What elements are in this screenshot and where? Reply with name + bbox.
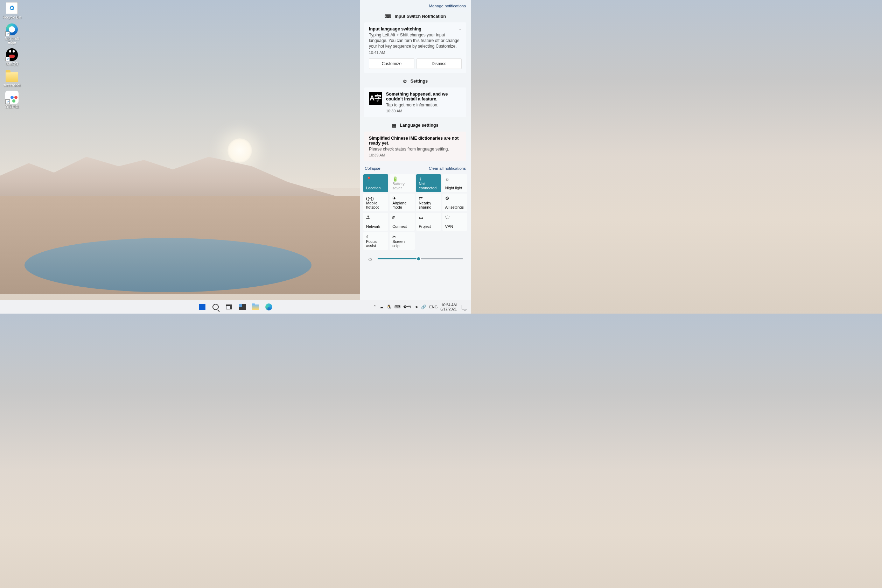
vpn-icon: 🛡 <box>445 215 465 220</box>
group-language: ▦ Language settings <box>360 119 471 131</box>
qa-battery-saver[interactable]: 🔋Battery saver <box>390 174 414 192</box>
clock[interactable]: 10:54 AM 6/17/2021 <box>440 303 457 311</box>
language-indicator[interactable]: ENG <box>429 305 438 309</box>
qa-all-settings[interactable]: ⚙All settings <box>442 194 467 212</box>
qa-connect[interactable]: ⎚Connect <box>390 213 414 231</box>
screen-snip-icon: ✂ <box>392 234 412 239</box>
qa-focus-assist[interactable]: ☾Focus assist <box>363 232 388 250</box>
action-center-button[interactable] <box>462 305 467 309</box>
notification-input-switch[interactable]: ⌃ Input language switching Typing Left A… <box>364 22 466 73</box>
gear-icon: ⚙ <box>403 79 407 84</box>
notification-panel: Manage notifications ⌨ Input Switch Noti… <box>360 0 471 300</box>
qa-network[interactable]: 🖧Network <box>363 213 388 231</box>
customize-button[interactable]: Customize <box>369 58 414 69</box>
collapse-link[interactable]: Collapse <box>365 166 381 171</box>
connect-icon: ⎚ <box>392 215 412 220</box>
qa-nearby-sharing[interactable]: ⇄Nearby sharing <box>416 194 441 212</box>
onedrive-tray-icon[interactable]: ☁ <box>380 304 384 309</box>
clear-all-link[interactable]: Clear all notifications <box>429 166 466 171</box>
battery-saver-icon: 🔋 <box>392 176 412 182</box>
qa-vpn[interactable]: 🛡VPN <box>442 213 467 231</box>
qa-mobile-hotspot[interactable]: ((•))Mobile hotspot <box>363 194 388 212</box>
qa-screen-snip[interactable]: ✂Screen snip <box>390 232 414 250</box>
airplane-mode-icon: ✈ <box>392 196 412 201</box>
link-tray-icon[interactable]: 🔗 <box>421 304 426 309</box>
file-explorer-button[interactable] <box>251 303 260 311</box>
keyboard-icon: ⌨ <box>385 14 391 19</box>
qq-tray-icon[interactable]: 🐧 <box>386 304 392 309</box>
group-input-switch: ⌨ Input Switch Notification <box>360 10 471 22</box>
wifi-tray-icon[interactable]: �ማ <box>403 304 411 309</box>
edge-taskbar-button[interactable] <box>265 303 273 311</box>
brightness-slider[interactable] <box>378 258 463 260</box>
notification-settings-feature[interactable]: A字 Something happened, and we couldn't i… <box>364 87 466 117</box>
night-light-icon: ☼ <box>445 176 465 182</box>
volume-tray-icon[interactable]: 🕩 <box>414 304 418 309</box>
qa-location[interactable]: 📍Location <box>363 174 388 192</box>
search-button[interactable] <box>212 303 220 311</box>
mobile-hotspot-icon: ((•)) <box>366 196 386 201</box>
tray-chevron[interactable]: ⌃ <box>373 304 376 309</box>
widgets-button[interactable] <box>238 303 246 311</box>
nearby-sharing-icon: ⇄ <box>419 196 438 201</box>
brightness-icon: ☼ <box>368 256 373 262</box>
location-icon: 📍 <box>366 176 386 182</box>
recycle-bin-icon[interactable]: ♻ Recycle Bin <box>2 2 22 19</box>
qq-shortcut[interactable]: ↗ 腾讯QQ <box>2 48 22 66</box>
desktop-icons: ♻ Recycle Bin ↗ Microsoft Edge ↗ 腾讯QQ sc… <box>2 2 22 108</box>
brightness-slider-row: ☼ <box>360 251 471 268</box>
focus-assist-icon: ☾ <box>366 234 386 239</box>
start-button[interactable] <box>198 303 207 311</box>
qa-airplane-mode[interactable]: ✈Airplane mode <box>390 194 414 212</box>
group-settings: ⚙ Settings <box>360 75 471 87</box>
language-feature-icon: A字 <box>369 92 382 105</box>
qa-bluetooth[interactable]: ᚼNot connected <box>416 174 441 192</box>
qa-night-light[interactable]: ☼Night light <box>442 174 467 192</box>
screenshot-folder[interactable]: screenshot <box>2 69 22 87</box>
edge-shortcut[interactable]: ↗ Microsoft Edge <box>2 23 22 45</box>
language-icon: ▦ <box>392 123 396 128</box>
notification-ime-dict[interactable]: Simplified Chinese IME dictionaries are … <box>364 132 466 161</box>
dismiss-button[interactable]: Dismiss <box>417 58 462 69</box>
task-view-button[interactable] <box>225 303 233 311</box>
quick-actions-grid: 📍Location🔋Battery saverᚼNot connected☼Ni… <box>360 172 471 251</box>
baidu-netdisk-shortcut[interactable]: ↗ 百度网盘 <box>2 91 22 108</box>
network-icon: 🖧 <box>366 215 386 220</box>
qa-project[interactable]: ▭Project <box>416 213 441 231</box>
manage-notifications-link[interactable]: Manage notifications <box>429 4 466 8</box>
bluetooth-icon: ᚼ <box>419 176 438 182</box>
input-mode-tray-icon[interactable]: ⌨ <box>394 304 400 309</box>
taskbar: ⌃ ☁ 🐧 ⌨ �ማ 🕩 🔗 ENG 10:54 AM 6/17/2021 <box>0 300 471 314</box>
collapse-icon[interactable]: ⌃ <box>458 28 461 33</box>
project-icon: ▭ <box>419 215 438 220</box>
all-settings-icon: ⚙ <box>445 196 465 201</box>
